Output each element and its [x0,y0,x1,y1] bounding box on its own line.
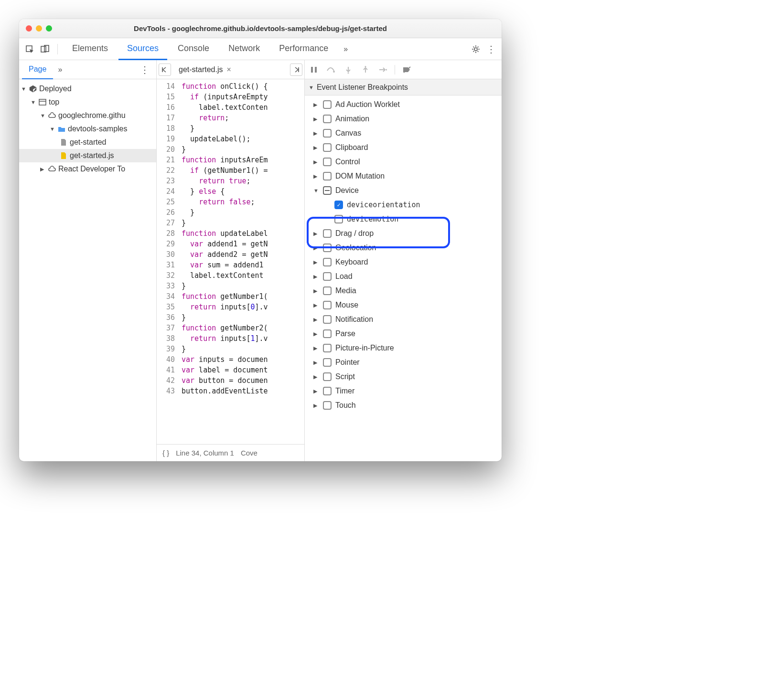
svg-point-3 [474,48,477,51]
breakpoint-category[interactable]: ▶Pointer [305,355,502,370]
breakpoint-category[interactable]: ▶Notification [305,312,502,327]
breakpoints-section-header[interactable]: ▼ Event Listener Breakpoints [305,79,502,95]
tab-network[interactable]: Network [220,38,268,60]
pause-icon[interactable] [309,64,319,75]
navigator-more-tabs[interactable]: » [53,65,67,74]
inspect-icon[interactable] [23,42,36,56]
breakpoint-category[interactable]: ▶Clipboard [305,140,502,155]
tree-node[interactable]: ▼googlechrome.githu [19,109,156,122]
breakpoint-category[interactable]: ▶Geolocation [305,241,502,255]
editor-panel: get-started.js × 14151617181920212223242… [157,60,305,461]
close-icon[interactable] [26,25,32,32]
pretty-print-icon[interactable]: { } [162,449,169,457]
step-icon[interactable] [377,64,388,75]
checkbox[interactable] [323,258,332,266]
titlebar: DevTools - googlechrome.github.io/devtoo… [19,19,502,38]
svg-rect-1 [41,46,46,52]
breakpoint-category[interactable]: ▶DOM Mutation [305,169,502,183]
breakpoint-category[interactable]: ▶Media [305,284,502,298]
breakpoint-category[interactable]: ▶Timer [305,384,502,398]
more-tabs-icon[interactable]: » [339,45,353,53]
zoom-icon[interactable] [46,25,52,32]
checkbox[interactable] [334,215,343,223]
tree-node[interactable]: get-started.js [19,149,156,162]
checkbox-indeterminate[interactable] [323,186,332,195]
svg-point-14 [365,66,366,67]
checkbox[interactable] [323,286,332,295]
step-over-icon[interactable] [326,64,336,75]
breakpoint-event[interactable]: ✓deviceorientation [305,198,502,212]
tab-performance[interactable]: Performance [270,38,337,60]
minimize-icon[interactable] [36,25,42,32]
tree-node[interactable]: ▶React Developer To [19,162,156,176]
checkbox[interactable] [323,329,332,338]
checkbox[interactable] [323,372,332,381]
svg-point-10 [333,71,335,73]
step-out-icon[interactable] [360,64,371,75]
svg-rect-8 [311,67,313,73]
breakpoint-category[interactable]: ▶Script [305,370,502,384]
devtools-window: DevTools - googlechrome.github.io/devtoo… [19,19,502,461]
nav-back-icon[interactable] [159,64,171,76]
checkbox[interactable] [323,129,332,138]
checkbox[interactable] [323,387,332,395]
checkbox[interactable] [323,315,332,324]
checkbox[interactable] [323,229,332,238]
checkbox[interactable] [323,301,332,309]
source-code[interactable]: function onClick() { if (inputsAreEmpty … [179,79,304,444]
checkbox[interactable] [323,344,332,352]
checkbox[interactable] [323,100,332,109]
breakpoint-event[interactable]: devicemotion [305,212,502,226]
checkbox[interactable] [323,244,332,252]
breakpoint-category[interactable]: ▶Control [305,155,502,169]
section-disclosure-icon: ▼ [309,85,314,90]
code-editor[interactable]: 1415161718192021222324252627282930313233… [157,79,304,444]
checkbox[interactable] [323,115,332,123]
breakpoint-category[interactable]: ▶Animation [305,112,502,126]
kebab-menu-icon[interactable]: ⋮ [484,42,498,56]
step-into-icon[interactable] [343,64,354,75]
breakpoint-category[interactable]: ▶Parse [305,327,502,341]
breakpoint-category[interactable]: ▼Device [305,183,502,198]
navigator-panel: Page » ⋮ ▼Deployed▼top▼googlechrome.gith… [19,60,157,461]
svg-rect-4 [39,99,46,105]
breakpoint-category[interactable]: ▶Drag / drop [305,226,502,241]
deactivate-breakpoints-icon[interactable] [402,64,412,75]
checkbox[interactable] [323,401,332,410]
coverage-label[interactable]: Cove [241,449,257,457]
debugger-panel: ▼ Event Listener Breakpoints ▶Ad Auction… [305,60,502,461]
checkbox-checked[interactable]: ✓ [334,201,343,209]
navigator-tab-page[interactable]: Page [22,60,53,79]
settings-icon[interactable] [469,42,482,56]
file-tab-label: get-started.js [179,65,223,74]
navigator-menu-icon[interactable]: ⋮ [136,64,153,75]
checkbox[interactable] [323,358,332,367]
window-title: DevTools - googlechrome.github.io/devtoo… [26,24,495,32]
breakpoint-category[interactable]: ▶Picture-in-Picture [305,341,502,355]
window-controls [26,25,52,32]
tab-console[interactable]: Console [169,38,218,60]
breakpoint-category[interactable]: ▶Ad Auction Worklet [305,97,502,112]
checkbox[interactable] [323,143,332,152]
section-title: Event Listener Breakpoints [317,83,408,92]
breakpoint-category[interactable]: ▶Touch [305,398,502,413]
file-tab[interactable]: get-started.js × [174,65,236,74]
device-toggle-icon[interactable] [38,42,52,56]
checkbox[interactable] [323,172,332,180]
editor-footer: { } Line 34, Column 1 Cove [157,444,304,461]
close-tab-icon[interactable]: × [226,65,231,74]
tree-node[interactable]: get-started [19,136,156,149]
breakpoint-category[interactable]: ▶Mouse [305,298,502,312]
tree-node[interactable]: ▼devtools-samples [19,122,156,136]
tree-node[interactable]: ▼Deployed [19,82,156,95]
file-tree: ▼Deployed▼top▼googlechrome.githu▼devtool… [19,79,156,461]
tab-sources[interactable]: Sources [118,38,167,60]
breakpoint-category[interactable]: ▶Load [305,269,502,284]
breakpoint-category[interactable]: ▶Canvas [305,126,502,140]
checkbox[interactable] [323,272,332,281]
tree-node[interactable]: ▼top [19,95,156,109]
breakpoint-category[interactable]: ▶Keyboard [305,255,502,269]
nav-forward-icon[interactable] [290,64,302,76]
checkbox[interactable] [323,158,332,166]
tab-elements[interactable]: Elements [64,38,117,60]
